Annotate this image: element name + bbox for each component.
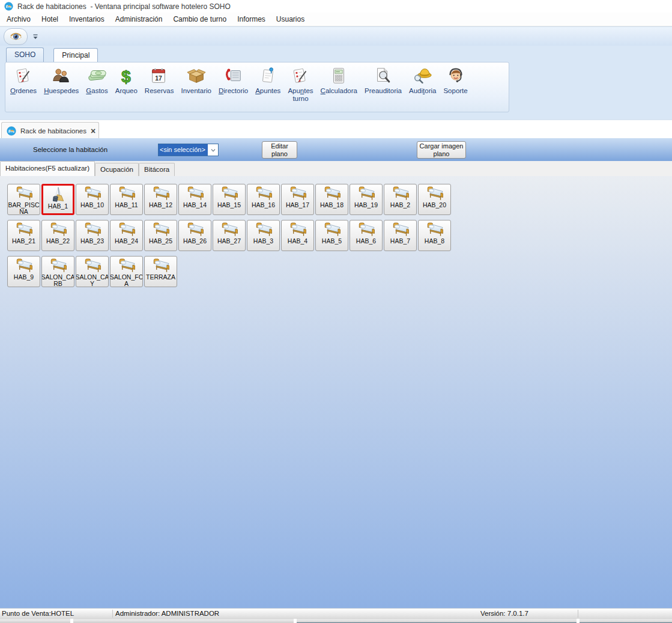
tab-habitaciones-f5-actualizar[interactable]: Habitaciones(F5 actualizar) xyxy=(0,161,95,176)
room-label: SALON_CA RB xyxy=(41,274,74,287)
ribbon-button-reservas[interactable]: Reservas xyxy=(141,66,178,95)
bed-icon xyxy=(286,222,310,237)
room-label: HAB_10 xyxy=(80,202,104,208)
menu-item-inventarios[interactable]: Inventarios xyxy=(64,13,110,25)
ribbon-button-ordenes[interactable]: Ordenes xyxy=(7,66,40,95)
room-button-hab-22[interactable]: HAB_22 xyxy=(41,220,74,251)
room-button-hab-6[interactable]: HAB_6 xyxy=(350,220,383,251)
status-segment xyxy=(580,619,672,623)
room-label: HAB_25 xyxy=(149,238,172,245)
note-pen2-icon xyxy=(290,66,310,85)
room-button-salon-ca-y[interactable]: SALON_CA Y xyxy=(76,256,109,287)
room-button-hab-18[interactable]: HAB_18 xyxy=(315,184,348,215)
doc-magnifier-icon xyxy=(373,66,393,85)
room-select-combobox[interactable]: <sin selección> xyxy=(158,144,219,156)
ribbon-tab-soho[interactable]: SOHO xyxy=(6,47,44,62)
ribbon-button-preauditoria[interactable]: Preauditoria xyxy=(361,66,405,95)
bed-icon xyxy=(115,186,139,201)
room-button-salon-ca-rb[interactable]: SALON_CA RB xyxy=(41,256,74,287)
menu-item-hotel[interactable]: Hotel xyxy=(36,13,64,25)
room-button-hab-23[interactable]: HAB_23 xyxy=(76,220,109,251)
room-button-hab-19[interactable]: HAB_19 xyxy=(350,184,383,215)
room-button-hab-14[interactable]: HAB_14 xyxy=(178,184,211,215)
status-administrator: Administrador: ADMINISTRADOR xyxy=(115,610,219,617)
ribbon-button-inventario[interactable]: Inventario xyxy=(177,66,215,95)
room-button-hab-1[interactable]: HAB_1 xyxy=(41,184,74,215)
room-button-hab-16[interactable]: HAB_16 xyxy=(247,184,280,215)
caret-down-icon[interactable] xyxy=(32,33,39,40)
room-button-hab-5[interactable]: HAB_5 xyxy=(315,220,348,251)
menu-item-usuarios[interactable]: Usuarios xyxy=(271,13,310,25)
room-label: SALON_FC A xyxy=(110,274,143,287)
room-label: HAB_3 xyxy=(253,238,273,245)
ribbon-button-calculadora[interactable]: Calculadora xyxy=(317,66,361,95)
edit-plan-button[interactable]: Editar plano xyxy=(262,141,297,159)
room-button-hab-10[interactable]: HAB_10 xyxy=(76,184,109,215)
bed-icon xyxy=(115,258,139,273)
room-button-hab-25[interactable]: HAB_25 xyxy=(144,220,177,251)
room-button-salon-fc-a[interactable]: SALON_FC A xyxy=(110,256,143,287)
ribbon-button-label: Ordenes xyxy=(10,87,37,95)
room-label: SALON_CA Y xyxy=(76,274,109,287)
load-plan-image-button[interactable]: Cargar imagen plano xyxy=(417,141,466,159)
room-button-hab-3[interactable]: HAB_3 xyxy=(247,220,280,251)
menu-item-archivo[interactable]: Archivo xyxy=(1,13,36,25)
room-button-hab-17[interactable]: HAB_17 xyxy=(281,184,314,215)
bed-icon xyxy=(389,222,413,237)
bed-icon xyxy=(12,186,36,201)
ribbon-button-apuntes-turno[interactable]: Apuntesturno xyxy=(284,66,316,103)
room-label: HAB_17 xyxy=(286,202,309,208)
document-tab-rack[interactable]: Rack de habitaciones × xyxy=(1,122,99,139)
guests-icon xyxy=(51,66,71,85)
bed-icon xyxy=(80,222,104,237)
window-title: Rack de habitaciones - Ventana principal… xyxy=(17,2,231,11)
room-label: HAB_15 xyxy=(217,202,241,208)
room-button-hab-27[interactable]: HAB_27 xyxy=(213,220,246,251)
room-label: HAB_12 xyxy=(149,202,172,208)
close-icon[interactable]: × xyxy=(91,127,95,135)
ribbon-button-directorio[interactable]: Directorio xyxy=(215,66,252,95)
menu-item-cambio-de-turno[interactable]: Cambio de turno xyxy=(168,13,232,25)
room-button-hab-26[interactable]: HAB_26 xyxy=(178,220,211,251)
room-button-hab-2[interactable]: HAB_2 xyxy=(384,184,417,215)
statusbar-divider xyxy=(112,610,113,618)
ribbon-tab-principal[interactable]: Principal xyxy=(53,48,98,62)
menu-item-administraci-n[interactable]: Administración xyxy=(110,13,168,25)
room-label: HAB_5 xyxy=(322,238,342,245)
room-button-hab-20[interactable]: HAB_20 xyxy=(418,184,451,215)
room-button-hab-7[interactable]: HAB_7 xyxy=(384,220,417,251)
tab-ocupaci-n[interactable]: Ocupación xyxy=(95,163,139,176)
room-label: HAB_23 xyxy=(80,238,104,245)
ribbon-button-huespedes[interactable]: Huespedes xyxy=(40,66,82,95)
ribbon-button-soporte[interactable]: Soporte xyxy=(440,66,471,95)
ribbon-button-label: Calculadora xyxy=(321,87,357,95)
room-button-bar-pisc-na[interactable]: BAR_PISC NA xyxy=(7,184,40,215)
room-button-hab-21[interactable]: HAB_21 xyxy=(7,220,40,251)
bed-icon xyxy=(12,258,36,273)
ribbon-button-apuntes[interactable]: Apuntes xyxy=(252,66,284,95)
room-button-hab-11[interactable]: HAB_11 xyxy=(110,184,143,215)
ribbon-button-arqueo[interactable]: Arqueo xyxy=(112,66,141,95)
bed-icon xyxy=(80,258,104,273)
room-button-terraza[interactable]: TERRAZA xyxy=(144,256,177,287)
room-button-hab-9[interactable]: HAB_9 xyxy=(7,256,40,287)
room-button-hab-4[interactable]: HAB_4 xyxy=(281,220,314,251)
bed-icon xyxy=(252,222,276,237)
ribbon-group: OrdenesHuespedesGastosArqueoReservasInve… xyxy=(5,62,509,112)
combobox-dropdown-button[interactable] xyxy=(208,144,218,156)
room-button-hab-12[interactable]: HAB_12 xyxy=(144,184,177,215)
rack-content: BAR_PISC NAHAB_1HAB_10HAB_11HAB_12HAB_14… xyxy=(0,176,672,608)
view-tabs: Habitaciones(F5 actualizar)OcupaciónBitá… xyxy=(0,161,672,176)
ribbon-button-auditoria[interactable]: Auditoria xyxy=(405,66,440,95)
room-button-hab-8[interactable]: HAB_8 xyxy=(418,220,451,251)
eye-button[interactable] xyxy=(4,28,28,45)
room-button-hab-15[interactable]: HAB_15 xyxy=(213,184,246,215)
bed-icon xyxy=(12,222,36,237)
phonebook-icon xyxy=(223,66,244,85)
room-button-hab-24[interactable]: HAB_24 xyxy=(110,220,143,251)
bed-icon xyxy=(217,186,241,201)
menu-item-informes[interactable]: Informes xyxy=(232,13,271,25)
tab-bit-cora[interactable]: Bitácora xyxy=(139,163,175,176)
bed-icon xyxy=(354,222,378,237)
ribbon-button-gastos[interactable]: Gastos xyxy=(82,66,111,95)
